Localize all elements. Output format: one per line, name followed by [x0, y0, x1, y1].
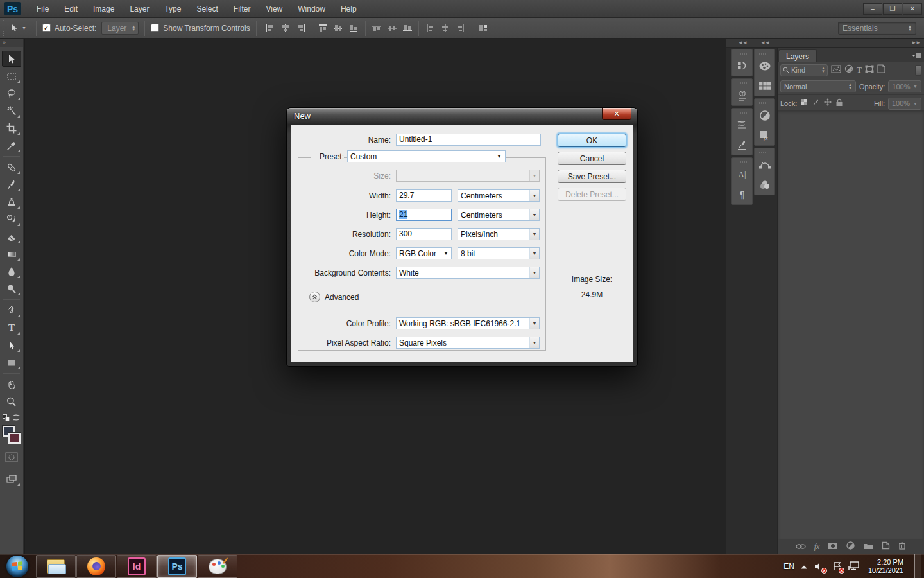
lasso-tool[interactable]	[2, 85, 21, 101]
spot-healing-brush-tool[interactable]	[2, 159, 21, 175]
blend-mode-select[interactable]: Normal ▲▼	[780, 80, 856, 92]
explorer-taskbar-button[interactable]	[36, 555, 76, 578]
tray-expand-icon[interactable]	[800, 561, 808, 572]
collapse-panels-icon[interactable]: ◄◄	[760, 40, 769, 46]
auto-align-layers-icon[interactable]	[475, 21, 491, 35]
distribute-right-edges-icon[interactable]	[453, 21, 468, 35]
panel-menu-icon[interactable]	[911, 51, 921, 62]
minimize-button[interactable]: –	[863, 3, 882, 15]
type-tool[interactable]: T	[2, 320, 21, 336]
menu-type[interactable]: Type	[157, 0, 189, 18]
distribute-horizontal-centers-icon[interactable]	[438, 21, 453, 35]
align-bottom-edges-icon[interactable]	[293, 21, 309, 35]
height-field[interactable]: 21	[396, 209, 452, 221]
network-icon[interactable]	[848, 561, 860, 572]
menu-image[interactable]: Image	[85, 0, 122, 18]
lock-pixels-icon[interactable]	[812, 98, 820, 109]
hand-tool[interactable]	[2, 376, 21, 392]
opacity-select[interactable]: 100% ▼	[888, 80, 921, 92]
path-selection-tool[interactable]	[2, 337, 21, 353]
gradient-tool[interactable]	[2, 246, 21, 262]
quick-selection-tool[interactable]	[2, 103, 21, 119]
menu-edit[interactable]: Edit	[56, 0, 85, 18]
rectangle-tool[interactable]	[2, 355, 21, 371]
clock[interactable]: 2:20 PM 10/21/2021	[868, 558, 903, 575]
lock-position-icon[interactable]	[823, 98, 832, 109]
bit-depth-select[interactable]: 8 bit▼	[458, 247, 540, 259]
pixel-layer-filter-icon[interactable]	[831, 64, 841, 76]
background-color-swatch[interactable]	[8, 433, 21, 444]
color-panel-icon[interactable]	[755, 56, 774, 76]
shape-layer-filter-icon[interactable]	[865, 64, 874, 76]
menu-window[interactable]: Window	[290, 0, 333, 18]
width-field[interactable]: 29.7	[396, 189, 452, 202]
delete-layer-icon[interactable]	[898, 541, 906, 552]
pen-tool[interactable]	[2, 302, 21, 319]
workspace-select[interactable]: Essentials ▲▼	[838, 22, 916, 35]
type-layer-filter-icon[interactable]: T	[857, 66, 862, 75]
action-center-icon[interactable]: ✕	[831, 561, 843, 572]
distribute-left-edges-icon[interactable]	[422, 21, 438, 35]
paths-panel-icon[interactable]	[755, 155, 774, 175]
menu-file[interactable]: File	[29, 0, 56, 18]
color-mode-select[interactable]: RGB Color ▼	[396, 247, 452, 259]
distribute-vertical-centers-icon[interactable]	[384, 21, 400, 35]
align-vertical-centers-icon[interactable]	[278, 21, 293, 35]
save-preset-button[interactable]: Save Preset...	[558, 170, 626, 183]
swatches-panel-icon[interactable]	[755, 76, 774, 96]
eraser-tool[interactable]	[2, 229, 21, 245]
ok-button[interactable]: OK	[558, 134, 626, 147]
clone-stamp-tool[interactable]	[2, 194, 21, 210]
new-layer-icon[interactable]	[882, 541, 890, 552]
lock-transparent-icon[interactable]	[800, 98, 809, 109]
layer-style-icon[interactable]: fx	[814, 542, 820, 552]
expand-dock-icon[interactable]: ►►	[911, 40, 920, 46]
screen-mode-button[interactable]	[2, 471, 21, 487]
color-profile-select[interactable]: Working RGB: sRGB IEC61966-2.1▼	[396, 317, 540, 329]
zoom-tool[interactable]	[2, 394, 21, 410]
history-panel-icon[interactable]	[732, 56, 752, 76]
language-indicator[interactable]: EN	[783, 562, 794, 571]
restore-button[interactable]: ❐	[883, 3, 902, 15]
layer-filter-toggle[interactable]	[915, 65, 921, 76]
menu-view[interactable]: View	[258, 0, 290, 18]
link-layers-icon[interactable]	[796, 541, 806, 552]
distribute-top-edges-icon[interactable]	[369, 21, 384, 35]
default-colors-icon[interactable]	[3, 414, 10, 422]
styles-panel-icon[interactable]: fx	[755, 125, 774, 145]
auto-select-target-select[interactable]: Layer ▲▼	[101, 22, 139, 35]
adjustment-layer-icon[interactable]	[846, 541, 855, 552]
show-transform-checkbox[interactable]	[151, 24, 159, 32]
distribute-bottom-edges-icon[interactable]	[400, 21, 415, 35]
options-bar-grip[interactable]	[1, 20, 6, 37]
swap-colors-icon[interactable]	[12, 412, 21, 424]
name-field[interactable]: Untitled-1	[396, 134, 541, 146]
indesign-taskbar-button[interactable]: Id	[117, 555, 157, 578]
align-left-edges-icon[interactable]	[316, 21, 331, 35]
tools-panel-expand[interactable]: »	[0, 39, 23, 47]
channels-panel-icon[interactable]	[755, 175, 774, 195]
width-unit-select[interactable]: Centimeters▼	[458, 189, 540, 202]
volume-muted-icon[interactable]: ✕	[814, 561, 825, 572]
start-button[interactable]	[6, 556, 28, 577]
show-desktop-button[interactable]	[914, 554, 921, 578]
height-unit-select[interactable]: Centimeters▼	[458, 209, 540, 221]
tab-layers[interactable]: Layers	[778, 49, 817, 62]
adjustments-panel-icon[interactable]	[755, 105, 774, 125]
eyedropper-tool[interactable]	[2, 137, 21, 153]
adjustment-layer-filter-icon[interactable]	[844, 64, 853, 76]
properties-panel-icon[interactable]	[732, 85, 752, 105]
resolution-unit-select[interactable]: Pixels/Inch▼	[458, 228, 540, 240]
align-right-edges-icon[interactable]	[346, 21, 362, 35]
dialog-close-button[interactable]: ✕	[602, 108, 631, 120]
dialog-title[interactable]: New	[287, 108, 637, 125]
lock-all-icon[interactable]	[835, 98, 843, 109]
firefox-taskbar-button[interactable]	[76, 555, 116, 578]
history-brush-tool[interactable]	[2, 211, 21, 227]
menu-layer[interactable]: Layer	[122, 0, 157, 18]
blur-tool[interactable]	[2, 263, 21, 279]
preset-select[interactable]: Custom ▼	[347, 150, 506, 162]
cancel-button[interactable]: Cancel	[558, 152, 626, 165]
dodge-tool[interactable]	[2, 281, 21, 297]
background-contents-select[interactable]: White▼	[396, 267, 540, 279]
